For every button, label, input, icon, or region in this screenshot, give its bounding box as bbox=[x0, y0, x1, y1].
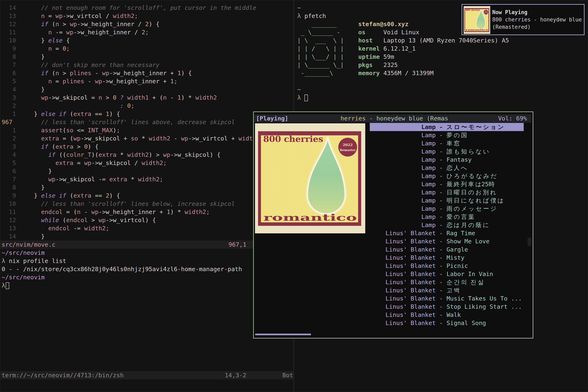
playlist-item[interactable]: Lamp - 雨のメッセージ bbox=[370, 204, 524, 213]
terminal-line[interactable]: -_______\ memory 4356M / 31399M bbox=[297, 69, 434, 77]
editor-line[interactable]: 967 // less than 'scrolloff' lines above… bbox=[2, 118, 235, 126]
statusline-editor: src/nvim/move.c 967,1 bbox=[0, 240, 293, 249]
editor-line[interactable]: 9 n = 0; bbox=[2, 44, 70, 53]
text-segment-g: _______ bbox=[297, 20, 358, 28]
editor-line[interactable]: 10 // less than 'scrolloff' lines below,… bbox=[2, 200, 235, 208]
playlist-item[interactable]: Linus' Blanket - Labor In Vain bbox=[370, 270, 524, 278]
terminal-line[interactable]: ~/src/neovim bbox=[2, 273, 45, 281]
playlist-item[interactable]: Linus' Blanket - 순간의 진실 bbox=[370, 278, 524, 286]
playlist-item[interactable]: Lamp - 日曜日のお別れ bbox=[370, 188, 524, 196]
editor-line[interactable]: 7 wp->w_skipcol -= extra * width2; bbox=[2, 175, 163, 183]
playlist-item[interactable]: Linus' Blanket - Rag Time bbox=[370, 229, 524, 237]
text-segment-v: n bbox=[41, 12, 45, 20]
text-segment-v: extra bbox=[56, 160, 74, 166]
marquee-title: - honeydew blue (Remas bbox=[366, 115, 448, 122]
playlist-item[interactable]: Linus' Blanket - Signal Song bbox=[370, 319, 524, 327]
text-segment-lnc: 967 bbox=[2, 118, 20, 126]
text-segment-n: 0 bbox=[84, 143, 88, 150]
text-segment-w: 0 - - /nix/store/cq3cx86h28j0y46ls0nhjzj… bbox=[2, 266, 242, 272]
terminal-left-neovim[interactable]: 14 // not enough room for 'scrolloff', p… bbox=[0, 0, 293, 392]
playlist-item-artist: Linus' Blanket bbox=[386, 270, 436, 278]
now-playing-notification[interactable]: Now Playing800 cherries - honeydew blue(… bbox=[462, 4, 584, 35]
terminal-line[interactable]: | | \___/ | | uptime 59m bbox=[297, 53, 394, 61]
text-segment-w: > bbox=[74, 143, 84, 150]
terminal-cursor bbox=[304, 94, 308, 101]
playlist-item[interactable]: Lamp - 誰も知らない bbox=[370, 148, 524, 156]
editor-line[interactable]: 8 } bbox=[2, 183, 45, 192]
text-segment-gb: pkgs bbox=[358, 62, 372, 68]
playlist-item-title: Fantasy bbox=[446, 156, 472, 164]
terminal-line[interactable]: | | / \ | | kernel 6.12.12_1 bbox=[297, 44, 416, 53]
terminal-line[interactable]: _ \______ - os Void Linux bbox=[297, 28, 419, 36]
editor-line[interactable]: 5 n = plines - wp->w_height_inner + 1; bbox=[2, 77, 178, 85]
text-segment-w: -= bbox=[70, 225, 84, 232]
text-segment-k: ? bbox=[116, 94, 127, 101]
terminal-line[interactable]: | \______ \_| pkgs 2325 bbox=[297, 61, 398, 69]
playlist-item[interactable]: Lamp - スロ〜モ〜ション bbox=[370, 123, 524, 131]
playlist-item[interactable]: Linus' Blanket - 고백 bbox=[370, 286, 524, 294]
editor-line[interactable]: 6 if (n > plines - wp->w_height_inner + … bbox=[2, 69, 192, 77]
editor-line[interactable]: 10 } else { bbox=[2, 36, 70, 44]
playlist-item[interactable]: Lamp - 恋は月の蔭に bbox=[370, 221, 524, 229]
playlist-item[interactable]: Lamp - 夢の国 bbox=[370, 131, 524, 139]
editor-line[interactable]: 14 } bbox=[2, 232, 45, 240]
playlist-item[interactable]: Lamp - Fantasy bbox=[370, 156, 524, 164]
playlist-item[interactable]: Lamp - 車窓 bbox=[370, 139, 524, 148]
playlist-scrollbar-thumb[interactable] bbox=[528, 238, 531, 246]
editor-line[interactable]: 6 } bbox=[2, 167, 52, 175]
editor-line[interactable]: 2 : 0; bbox=[2, 102, 134, 110]
playlist-item[interactable]: Linus' Blanket - Gargle bbox=[370, 246, 524, 254]
terminal-line[interactable]: λ nix profile list bbox=[2, 257, 66, 265]
playlist-item[interactable]: Linus' Blanket - Picnic bbox=[370, 262, 524, 270]
text-segment-w: ( bbox=[63, 127, 66, 134]
playlist-item[interactable]: Lamp - 恋人へ bbox=[370, 164, 524, 172]
terminal-line[interactable]: ~ bbox=[297, 85, 301, 94]
terminal-line[interactable]: λ bbox=[2, 281, 5, 290]
editor-line[interactable]: 9 } else if (extra == 2) { bbox=[2, 192, 120, 200]
playlist-item[interactable]: Linus' Blanket - Stop Liking Start ... bbox=[370, 302, 524, 311]
playlist-item[interactable]: Linus' Blanket - Show Me Love bbox=[370, 237, 524, 246]
playlist-item[interactable]: Lamp - 愛の言葉 bbox=[370, 213, 524, 221]
text-segment-v: width2 bbox=[127, 151, 149, 158]
player-progress-bar[interactable] bbox=[255, 334, 311, 335]
terminal-line[interactable]: | \ ___ \ | host Laptop 13 (AMD Ryzen 70… bbox=[297, 36, 509, 44]
editor-line[interactable]: 8 } bbox=[2, 53, 45, 61]
terminal-line[interactable]: λ pfetch bbox=[297, 12, 326, 20]
editor-line[interactable]: 2 extra = (wp->w_skipcol + so * width2 -… bbox=[2, 134, 278, 142]
editor-line[interactable]: 12 if (n > wp->w_height_inner / 2) { bbox=[2, 20, 160, 28]
editor-line[interactable]: 3 wp->w_skipcol = n > 0 ? width1 + (n - … bbox=[2, 94, 217, 102]
terminal-line[interactable]: ~ bbox=[297, 4, 301, 12]
editor-line[interactable]: 13 endcol -= width2; bbox=[2, 224, 109, 232]
playlist-item-artist: Linus' Blanket bbox=[386, 294, 436, 302]
editor-line[interactable]: 11 n -= wp->w_height_inner / 2; bbox=[2, 28, 149, 36]
editor-line[interactable]: 1 } else if (extra == 1) { bbox=[2, 110, 120, 118]
playlist-item[interactable]: Linus' Blanket - Music Takes Us To ... bbox=[370, 294, 524, 302]
playlist-item[interactable]: Lamp - 明日になれば僕は bbox=[370, 196, 524, 204]
playlist-item[interactable]: Lamp - ひろがるなみだ bbox=[370, 172, 524, 180]
terminal-line[interactable]: _______ stefan@s00.xyz bbox=[297, 20, 408, 28]
editor-line[interactable]: 14 // not enough room for 'scrolloff', p… bbox=[2, 4, 256, 12]
text-segment-w: 4356M / 31399M bbox=[380, 70, 434, 76]
editor-line[interactable]: 3 if (extra > 0) { bbox=[2, 142, 98, 151]
terminal-line[interactable]: λ bbox=[297, 94, 301, 102]
editor-line[interactable]: 13 n = wp->w_virtcol / width2; bbox=[2, 12, 138, 20]
playlist-item-separator: - bbox=[436, 254, 446, 262]
editor-line[interactable]: 1 assert(so <= INT_MAX); bbox=[2, 126, 120, 134]
editor-line[interactable]: 4 if ((colnr_T)(extra * width2) > wp->w_… bbox=[2, 151, 220, 159]
text-segment-ln: 3 bbox=[2, 143, 20, 150]
editor-line[interactable]: 7 // don't skip more than necessary bbox=[2, 61, 160, 69]
editor-line[interactable]: 4 } bbox=[2, 85, 45, 94]
music-player-window[interactable]: [Playing] herries - honeydew blue (Remas… bbox=[253, 112, 533, 338]
text-segment-w: = ( bbox=[59, 135, 73, 142]
terminal-line[interactable]: ~/src/neovim bbox=[2, 249, 45, 257]
terminal-line[interactable]: 0 - - /nix/store/cq3cx86h28j0y46ls0nhjzj… bbox=[2, 265, 242, 273]
editor-line[interactable]: 12 while (endcol > wp->w_virtcol) { bbox=[2, 216, 156, 224]
notification-text: Now Playing800 cherries - honeydew blue(… bbox=[492, 8, 582, 30]
editor-line[interactable]: 11 endcol = (n - wp->w_height_inner + 1)… bbox=[2, 208, 210, 216]
text-segment-k: if bbox=[41, 70, 48, 76]
playlist-item[interactable]: Linus' Blanket - Misty bbox=[370, 254, 524, 262]
playlist-item[interactable]: Lamp - 最終列車は25時 bbox=[370, 180, 524, 188]
editor-line[interactable]: 5 extra = wp->w_skipcol / width2; bbox=[2, 159, 166, 167]
playlist-item[interactable]: Linus' Blanket - Walk bbox=[370, 311, 524, 319]
text-segment-k: else bbox=[48, 37, 62, 44]
